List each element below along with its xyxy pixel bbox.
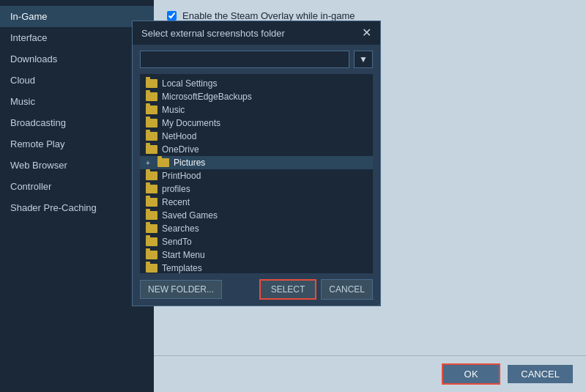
sidebar-item-downloads[interactable]: Downloads (0, 48, 154, 70)
tree-item-my-documents[interactable]: My Documents (140, 117, 373, 130)
tree-item-onedrive[interactable]: OneDrive (140, 143, 373, 156)
folder-icon (146, 211, 157, 220)
folder-icon (146, 171, 157, 180)
folder-icon (146, 119, 157, 127)
sidebar-item-in-game[interactable]: In-Game (0, 6, 154, 27)
folder-icon (146, 106, 157, 114)
tree-item-profiles[interactable]: profiles (140, 182, 373, 196)
dialog-path-input[interactable]: C:\Users\iqing\Pictures\ (140, 51, 349, 68)
folder-icon (146, 79, 157, 88)
expand-arrow-pictures: + (146, 159, 153, 167)
dialog-tree[interactable]: Local Settings MicrosoftEdgeBackups Musi… (140, 74, 373, 273)
sidebar-item-web-browser[interactable]: Web Browser (0, 155, 154, 176)
cancel-main-button[interactable]: CANCEL (508, 365, 573, 383)
folder-icon (146, 198, 157, 207)
select-button[interactable]: SELECT (259, 279, 317, 300)
overlay-label: Enable the Steam Overlay while in-game (182, 10, 355, 21)
sidebar-item-broadcasting[interactable]: Broadcasting (0, 112, 154, 133)
overlay-checkbox[interactable] (167, 11, 177, 21)
dialog-path-row: C:\Users\iqing\Pictures\ ▼ (133, 45, 380, 74)
folder-icon (146, 145, 157, 154)
folder-select-dialog: Select external screenshots folder ✕ C:\… (132, 21, 381, 306)
tree-item-searches[interactable]: Searches (140, 222, 373, 235)
sidebar: In-Game Interface Downloads Cloud Music … (0, 0, 154, 392)
tree-item-pictures[interactable]: + Pictures (140, 156, 373, 169)
tree-item-sendto[interactable]: SendTo (140, 235, 373, 248)
tree-item-start-menu[interactable]: Start Menu (140, 248, 373, 262)
folder-icon (146, 185, 157, 193)
tree-item-music[interactable]: Music (140, 103, 373, 117)
folder-icon (146, 132, 157, 141)
tree-item-printhood[interactable]: PrintHood (140, 169, 373, 182)
sidebar-item-music[interactable]: Music (0, 91, 154, 112)
tree-item-nethood[interactable]: NetHood (140, 130, 373, 143)
tree-item-local-settings[interactable]: Local Settings (140, 77, 373, 90)
folder-icon (146, 237, 157, 246)
sidebar-item-cloud[interactable]: Cloud (0, 70, 154, 91)
dialog-close-button[interactable]: ✕ (362, 27, 371, 39)
folder-icon (146, 264, 157, 273)
dialog-title: Select external screenshots folder (141, 28, 285, 39)
dialog-titlebar: Select external screenshots folder ✕ (133, 21, 380, 45)
folder-icon (146, 224, 157, 233)
resize-handle[interactable]: ⋱ (371, 297, 380, 306)
folder-icon (157, 158, 169, 167)
sidebar-item-controller[interactable]: Controller (0, 176, 154, 197)
folder-icon (146, 92, 157, 101)
ok-button[interactable]: OK (442, 363, 500, 385)
cancel-dialog-button[interactable]: CANCEL (321, 279, 373, 300)
sidebar-item-remote-play[interactable]: Remote Play (0, 133, 154, 155)
new-folder-button[interactable]: NEW FOLDER... (140, 280, 222, 299)
folder-icon (146, 251, 157, 259)
overlay-checkbox-row: Enable the Steam Overlay while in-game (167, 10, 573, 21)
bottom-bar: OK CANCEL (154, 355, 586, 392)
tree-item-saved-games[interactable]: Saved Games (140, 209, 373, 222)
tree-item-recent[interactable]: Recent (140, 196, 373, 209)
dialog-path-dropdown-button[interactable]: ▼ (354, 51, 373, 68)
dialog-action-buttons: SELECT CANCEL (259, 279, 373, 300)
tree-item-templates[interactable]: Templates (140, 262, 373, 273)
tree-item-microsoft-edge-backups[interactable]: MicrosoftEdgeBackups (140, 90, 373, 103)
sidebar-item-shader-pre-caching[interactable]: Shader Pre-Caching (0, 197, 154, 218)
dialog-footer: NEW FOLDER... SELECT CANCEL (133, 273, 380, 306)
sidebar-item-interface[interactable]: Interface (0, 27, 154, 48)
